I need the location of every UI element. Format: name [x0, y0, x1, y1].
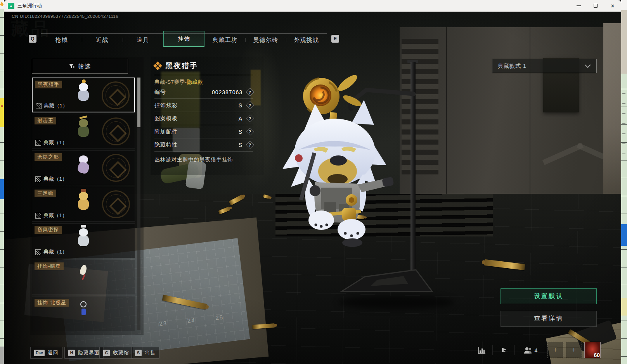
game-viewport: 23 24 25: [4, 12, 621, 364]
stats-button[interactable]: [474, 343, 490, 357]
charm-thumbnail: [78, 228, 89, 246]
tab-charms[interactable]: 挂饰: [163, 31, 205, 47]
charm-list-item[interactable]: 射击王 典藏（1）: [32, 114, 135, 149]
hotkey-collection-hall[interactable]: C 收藏馆: [99, 347, 133, 359]
tab-label: 近战: [96, 36, 108, 44]
stat-value: S: [239, 129, 242, 135]
charm-list-item[interactable]: 窃风密探 典藏（1）: [32, 223, 135, 258]
spreadsheet-text-marks: [622, 93, 625, 155]
tab-label: 枪械: [55, 36, 68, 44]
hotkey-hide-ui[interactable]: H 隐藏界面: [64, 347, 104, 359]
tab-items[interactable]: 道具: [123, 34, 163, 47]
spreadsheet-selected-cell: [621, 224, 627, 246]
stat-row-serial: 编号 002387063 ?: [154, 86, 253, 99]
view-details-button[interactable]: 查看详情: [501, 311, 597, 327]
close-icon: ✕: [611, 3, 615, 9]
stat-value: S: [239, 142, 242, 148]
collection-emblem-icon: [102, 117, 130, 145]
charm-name-tag: 三足蟾: [35, 190, 56, 197]
charm-thumbnail: [80, 301, 87, 315]
series-line: 典藏-S7赛季-隐藏款: [154, 79, 253, 86]
charm-list-item[interactable]: 黑夜猎手 典藏（1）: [32, 78, 135, 112]
stat-row-pattern: 图案模板 A ?: [154, 112, 253, 125]
tab-melee[interactable]: 近战: [82, 34, 123, 47]
character-mouth: [327, 174, 348, 184]
top-navigation: Q 枪械 近战 道具 挂饰 典藏工坊 曼德尔砖 外观挑战 E: [29, 29, 339, 47]
charm-list-item[interactable]: 挂饰-暗星: [32, 260, 135, 295]
divider: [492, 345, 493, 355]
help-icon[interactable]: ?: [246, 128, 254, 136]
paw-pad: [326, 224, 328, 226]
model-preview-area[interactable]: [272, 54, 446, 302]
list-scrollbar[interactable]: [137, 78, 140, 330]
tier-label: 典藏（1）: [43, 139, 68, 146]
scrollbar-thumb[interactable]: [137, 78, 140, 127]
minimize-button[interactable]: [570, 0, 587, 12]
charm-list-item[interactable]: 余烬之影 典藏（1）: [32, 150, 135, 185]
gold-shin-guard: [342, 208, 356, 221]
plus-icon: +: [553, 346, 558, 354]
stat-value: S: [239, 102, 242, 109]
stat-row-accessory: 附加配件 S ?: [154, 125, 253, 138]
help-icon[interactable]: ?: [246, 114, 254, 122]
tab-collection-workshop[interactable]: 典藏工坊: [204, 34, 245, 47]
charm-name-tag: 窃风密探: [35, 226, 62, 234]
empty-slot-button[interactable]: +: [566, 342, 582, 358]
maximize-button[interactable]: [587, 0, 604, 12]
style-dropdown[interactable]: 典藏款式 1: [492, 59, 597, 73]
charm-thumbnail: [78, 119, 89, 137]
tab-firearms[interactable]: 枪械: [41, 34, 82, 47]
close-button[interactable]: ✕: [604, 0, 621, 12]
divider: [154, 75, 253, 75]
tab-appearance-challenge[interactable]: 外观挑战: [286, 34, 327, 47]
charm-list-item[interactable]: 三足蟾 典藏（1）: [32, 187, 135, 222]
tab-mandel-brick[interactable]: 曼德尔砖: [245, 34, 286, 47]
charm-description: 丛林派对主题中的黑夜猎手挂饰: [154, 156, 253, 163]
charm-list-panel: 筛选 黑夜猎手 典藏（1） 射击王: [30, 57, 144, 335]
stat-label: 附加配件: [154, 128, 178, 135]
charm-name-tag: 黑夜猎手: [35, 81, 62, 88]
empty-slot-button[interactable]: +: [547, 342, 563, 358]
paw-pad: [357, 232, 359, 235]
prev-section-keycap[interactable]: Q: [29, 35, 36, 43]
party-members-button[interactable]: 4: [518, 343, 542, 357]
paw-pad: [320, 225, 323, 228]
character-glove-right: [382, 177, 394, 187]
collection-emblem-icon: [102, 190, 130, 218]
charm-name-tag: 射击王: [35, 117, 56, 124]
next-section-keycap[interactable]: E: [331, 35, 339, 43]
spreadsheet-gray-cell: [0, 347, 4, 364]
taskbar-star-icon: [0, 2, 3, 6]
collection-tier-icon: [35, 213, 41, 219]
report-button[interactable]: [496, 343, 512, 357]
hotkey-label: 出售: [145, 349, 156, 356]
filter-button[interactable]: 筛选: [32, 59, 128, 74]
set-default-button[interactable]: 设置默认: [501, 288, 597, 304]
hotkey-back[interactable]: Esc 返回: [30, 347, 62, 359]
bar-chart-icon: [478, 347, 486, 354]
window-controls: ✕: [570, 0, 621, 12]
boot-sole: [342, 238, 362, 247]
c-keycap: C: [103, 350, 110, 356]
background-spreadsheet-right: [621, 0, 627, 364]
paw-pad: [344, 232, 347, 235]
rose-leaf: [336, 72, 360, 93]
collection-emblem-icon: [102, 81, 130, 109]
vest-pouch: [324, 202, 336, 212]
s-keycap: S: [135, 350, 142, 356]
tier-label: 典藏（1）: [43, 176, 68, 183]
minimize-icon: [577, 5, 581, 6]
stand-arm: [352, 90, 414, 102]
help-icon[interactable]: ?: [246, 88, 254, 96]
hotkey-sell[interactable]: S 出售: [131, 347, 159, 359]
charm-list-item[interactable]: 挂饰-北极星: [32, 296, 135, 331]
screen: ▲ 三角洲行动 ✕ 23 24 2: [0, 0, 627, 364]
tab-label: 典藏工坊: [213, 36, 237, 44]
help-icon[interactable]: ?: [246, 101, 254, 109]
tier-row: 典藏（1）: [35, 212, 68, 219]
tab-label: 外观挑战: [294, 36, 319, 44]
player-avatar[interactable]: 60: [584, 342, 601, 358]
filter-label: 筛选: [78, 63, 91, 70]
tier-label: 典藏（1）: [43, 212, 68, 219]
help-icon[interactable]: ?: [246, 141, 254, 149]
